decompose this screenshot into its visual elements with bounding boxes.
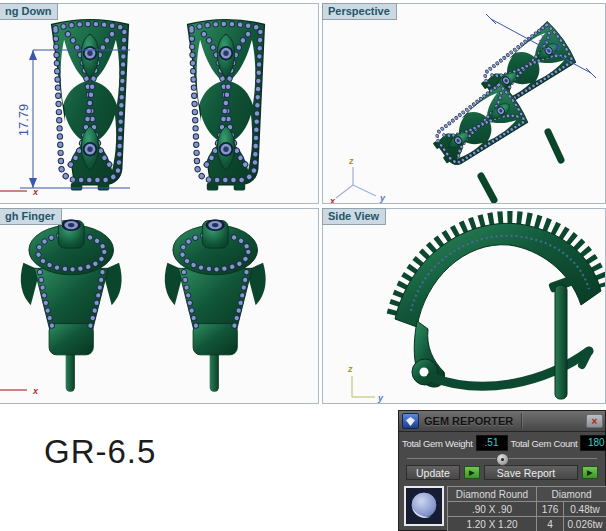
y-axis-label: y	[379, 193, 386, 203]
viewport-looking-down[interactable]: ng Down 17.79 x	[0, 3, 319, 204]
x-axis-label: x	[32, 386, 39, 396]
gem-row-count: 4	[537, 517, 563, 531]
xyz-axis-indicator: z x y	[329, 156, 386, 203]
gem-row-weight: 0.48tw	[564, 502, 606, 516]
gem-reporter-titlebar[interactable]: GEM REPORTER ×	[399, 411, 605, 432]
x-axis-label: x	[32, 187, 39, 197]
total-gem-weight-value: .51	[476, 435, 508, 451]
viewport-through-finger[interactable]: gh Finger x	[0, 208, 319, 404]
total-gem-weight-label: Total Gem Weight	[402, 438, 473, 449]
y-axis-label: y	[377, 393, 384, 403]
viewport-tab-perspective[interactable]: Perspective	[322, 3, 397, 20]
viewport-tab-through-finger[interactable]: gh Finger	[0, 208, 62, 225]
gem-table-section: Diamond Round Diamond .90 X .90 176 0.48…	[399, 486, 605, 531]
gem-thumbnail	[404, 486, 444, 526]
gem-reporter-panel: GEM REPORTER × Total Gem Weight .51 Tota…	[398, 410, 606, 531]
gem-reporter-icon	[402, 413, 419, 429]
viewport-side-view[interactable]: Side View z y	[322, 208, 606, 404]
titlebar-divider	[521, 413, 582, 429]
panel-divider	[407, 458, 597, 459]
close-button[interactable]: ×	[586, 414, 603, 428]
viewport-perspective[interactable]: Perspective 17.79 z x y	[322, 3, 606, 204]
viewport-tab-looking-down[interactable]: ng Down	[0, 3, 58, 20]
save-report-button[interactable]: Save Report	[484, 465, 578, 480]
x-axis-indicator: x	[0, 386, 39, 396]
x-axis-indicator: x	[0, 187, 39, 197]
model-name-label: GR-6.5	[44, 433, 156, 471]
perspective-render: 17.79 z x y	[323, 4, 605, 203]
gem-row-count: 176	[537, 502, 563, 516]
side-view-render: z y	[323, 209, 605, 403]
looking-down-render: 17.79 x	[0, 4, 318, 203]
update-button[interactable]: Update	[406, 465, 460, 480]
totals-row: Total Gem Weight .51 Total Gem Count 180	[399, 432, 605, 453]
gem-reporter-title: GEM REPORTER	[424, 415, 513, 427]
collapse-knob-button[interactable]	[496, 453, 509, 466]
z-axis-label: z	[348, 156, 354, 166]
x-axis-label: x	[329, 196, 336, 203]
gem-row-size: 1.20 X 1.20	[448, 517, 536, 531]
z-axis-label: z	[347, 364, 353, 374]
dimension-value: 17.79	[16, 104, 31, 137]
viewport-tab-side-view[interactable]: Side View	[322, 208, 386, 225]
total-gem-count-label: Total Gem Count	[511, 438, 578, 449]
gem-shape-header: Diamond Round	[448, 487, 536, 501]
save-report-go-button[interactable]: ▶	[582, 466, 598, 479]
gem-material-header: Diamond	[537, 487, 606, 501]
gem-table: Diamond Round Diamond .90 X .90 176 0.48…	[447, 486, 606, 531]
gem-image	[406, 488, 442, 524]
through-finger-render: x	[0, 209, 318, 403]
gem-row-weight: 0.026tw	[564, 517, 606, 531]
total-gem-count-value: 180	[580, 435, 606, 451]
update-go-button[interactable]: ▶	[464, 466, 480, 479]
gem-row-size: .90 X .90	[448, 502, 536, 516]
zy-axis-indicator: z y	[347, 364, 384, 403]
